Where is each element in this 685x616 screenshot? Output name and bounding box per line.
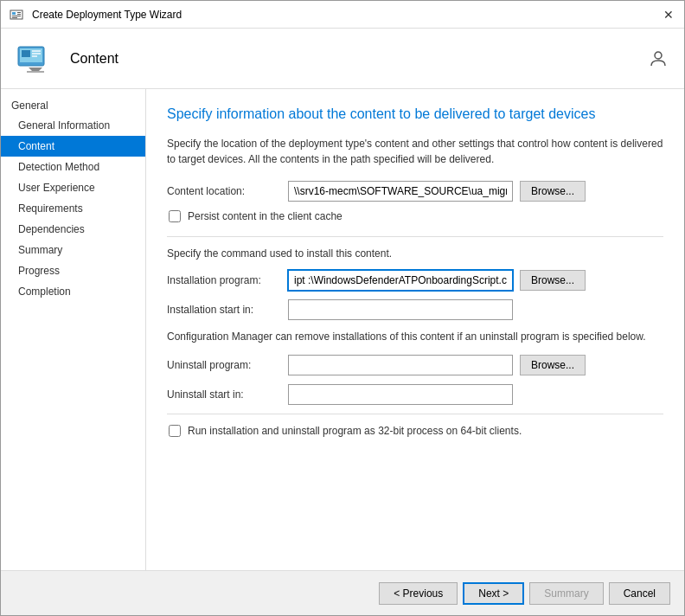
sidebar-item-general-information[interactable]: General Information: [1, 115, 145, 136]
installation-start-in-input[interactable]: [288, 299, 513, 320]
sidebar: General General Information Content Dete…: [1, 89, 146, 570]
uninstall-program-label: Uninstall program:: [167, 359, 288, 371]
description-text: Specify the location of the deployment t…: [167, 136, 663, 167]
installation-start-in-row: Installation start in:: [167, 299, 663, 320]
main-window: Create Deployment Type Wizard ✕ Content: [0, 0, 685, 616]
sidebar-item-dependencies[interactable]: Dependencies: [1, 219, 145, 240]
svg-marker-12: [29, 67, 42, 71]
svg-rect-1: [12, 12, 16, 15]
content-location-row: Content location: Browse...: [167, 181, 663, 202]
sidebar-item-completion[interactable]: Completion: [1, 281, 145, 302]
svg-rect-3: [17, 14, 21, 15]
svg-point-14: [655, 52, 662, 59]
sidebar-item-content[interactable]: Content: [1, 136, 145, 157]
title-bar: Create Deployment Type Wizard ✕: [1, 1, 684, 29]
installation-start-in-label: Installation start in:: [167, 304, 288, 316]
cancel-button[interactable]: Cancel: [609, 582, 670, 605]
sidebar-item-detection-method[interactable]: Detection Method: [1, 157, 145, 177]
uninstall-note: Configuration Manager can remove install…: [167, 329, 663, 344]
uninstall-program-row: Uninstall program: Browse...: [167, 355, 663, 375]
user-icon: [646, 47, 670, 71]
installation-program-label: Installation program:: [167, 274, 288, 286]
svg-rect-8: [22, 50, 30, 57]
uninstall-start-in-row: Uninstall start in:: [167, 384, 663, 405]
title-bar-text: Create Deployment Type Wizard: [32, 9, 660, 21]
sidebar-item-user-experience[interactable]: User Experience: [1, 177, 145, 198]
section-divider-1: [167, 236, 663, 237]
run-32bit-checkbox[interactable]: [169, 425, 181, 437]
section-divider-2: [167, 414, 663, 414]
installation-program-row: Installation program: Browse...: [167, 270, 663, 291]
window-icon: [8, 6, 25, 23]
content-location-label: Content location:: [167, 185, 288, 197]
sidebar-item-requirements[interactable]: Requirements: [1, 198, 145, 219]
svg-rect-2: [17, 12, 21, 13]
next-button[interactable]: Next >: [463, 582, 524, 605]
persist-cache-checkbox[interactable]: [169, 210, 181, 222]
previous-button[interactable]: < Previous: [379, 582, 458, 605]
run-32bit-row: Run installation and uninstall program a…: [167, 425, 663, 437]
persist-cache-row: Persist content in the client cache: [167, 210, 663, 222]
main-panel: Specify information about the content to…: [146, 89, 684, 570]
page-title: Specify information about the content to…: [167, 106, 663, 122]
run-32bit-label: Run installation and uninstall program a…: [188, 425, 522, 437]
footer: < Previous Next > Summary Cancel: [1, 570, 684, 615]
close-button[interactable]: ✕: [660, 6, 677, 23]
svg-rect-11: [32, 55, 37, 57]
uninstall-start-in-input[interactable]: [288, 384, 513, 405]
content-area: General General Information Content Dete…: [1, 89, 684, 570]
svg-rect-10: [32, 53, 41, 55]
browse-button-3[interactable]: Browse...: [520, 355, 586, 375]
svg-rect-4: [12, 16, 21, 16]
content-location-input[interactable]: [288, 181, 513, 202]
sidebar-item-summary[interactable]: Summary: [1, 240, 145, 260]
svg-rect-13: [27, 71, 44, 73]
sidebar-item-progress[interactable]: Progress: [1, 260, 145, 281]
uninstall-start-in-label: Uninstall start in:: [167, 388, 288, 401]
svg-rect-5: [12, 17, 17, 18]
header-bar: Content: [1, 29, 684, 89]
summary-button[interactable]: Summary: [529, 582, 603, 605]
uninstall-program-input[interactable]: [288, 355, 513, 375]
header-title: Content: [70, 51, 646, 67]
header-icon: [15, 38, 56, 80]
browse-button-2[interactable]: Browse...: [520, 270, 586, 291]
install-section-description: Specify the command used to install this…: [167, 247, 663, 260]
svg-rect-9: [32, 50, 41, 52]
sidebar-section-general: General: [1, 96, 145, 115]
persist-cache-label: Persist content in the client cache: [188, 210, 342, 222]
browse-button-1[interactable]: Browse...: [520, 181, 586, 202]
installation-program-input[interactable]: [288, 270, 513, 291]
